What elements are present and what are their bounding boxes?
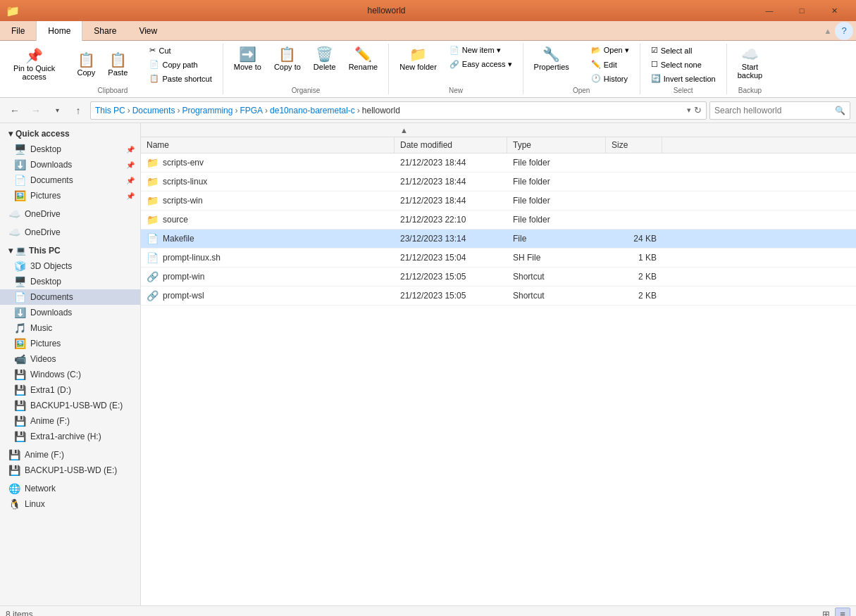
history-button[interactable]: 🕐 History	[586, 72, 634, 85]
col-header-name[interactable]: Name	[141, 137, 395, 153]
easy-access-button[interactable]: 🔗 Easy access ▾	[445, 58, 517, 71]
file-row-scripts-win[interactable]: 📁 scripts-win 21/12/2023 18:44 File fold…	[141, 191, 856, 210]
breadcrumb-thispc[interactable]: This PC	[95, 106, 125, 115]
col-header-size[interactable]: Size	[606, 137, 662, 153]
sidebar-item-network[interactable]: 🌐 Network	[0, 481, 140, 496]
pin-label: Pin to Quick	[13, 64, 55, 73]
up-button[interactable]: ↑	[69, 101, 87, 120]
new-folder-button[interactable]: 📁 New folder	[395, 44, 442, 75]
col-name-label: Name	[147, 140, 169, 150]
breadcrumb-de10[interactable]: de10nano-baremetal-c	[270, 106, 355, 115]
file-row-prompt-wsl[interactable]: 🔗 prompt-wsl 21/12/2023 15:05 Shortcut 2…	[141, 287, 856, 306]
sidebar-header-quickaccess[interactable]: ▾ Quick access	[0, 126, 140, 142]
tab-share[interactable]: Share	[82, 21, 128, 41]
windows-c-icon: 💾	[14, 369, 26, 380]
address-dropdown-icon[interactable]: ▾	[687, 106, 691, 115]
sidebar-item-downloads2[interactable]: ⬇️ Downloads	[0, 305, 140, 320]
recent-button[interactable]: ▾	[48, 101, 66, 120]
sidebar-item-extra1-d[interactable]: 💾 Extra1 (D:)	[0, 382, 140, 398]
file-icon-prompt-linux: 📄	[147, 252, 159, 263]
file-row-makefile[interactable]: 📄 Makefile 23/12/2023 13:14 File 24 KB	[141, 230, 856, 249]
sidebar-item-onedrive1[interactable]: ☁️ OneDrive	[0, 206, 140, 222]
paste-shortcut-button[interactable]: 📋 Paste shortcut	[144, 72, 216, 85]
pin-label2: access	[23, 73, 46, 81]
sidebar-item-documents2[interactable]: 📄 Documents	[0, 289, 140, 305]
breadcrumb-programming[interactable]: Programming	[182, 106, 232, 115]
copy-path-button[interactable]: 📄 Copy path	[144, 58, 216, 71]
breadcrumb-documents[interactable]: Documents	[132, 106, 175, 115]
sidebar-item-desktop[interactable]: 🖥️ Desktop 📌	[0, 142, 140, 157]
invert-selection-button[interactable]: 🔄 Invert selection	[646, 72, 721, 85]
properties-button[interactable]: 🔧 Properties	[529, 44, 574, 75]
sidebar-item-linux[interactable]: 🐧 Linux	[0, 496, 140, 512]
select-none-button[interactable]: ☐ Select none	[646, 58, 721, 71]
sidebar-item-pictures2[interactable]: 🖼️ Pictures	[0, 336, 140, 351]
ribbon-collapse-button[interactable]: ▲	[821, 24, 835, 38]
sidebar-item-backup-e2[interactable]: 💾 BACKUP1-USB-WD (E:)	[0, 463, 140, 478]
anime-f2-icon: 💾	[8, 449, 20, 460]
move-to-button[interactable]: ➡️ Move to	[229, 44, 266, 75]
copy-label: Copy	[77, 68, 95, 77]
start-backup-button[interactable]: ☁️ Start backup	[733, 44, 767, 83]
cut-button[interactable]: ✂ Cut	[144, 44, 216, 57]
sidebar-item-onedrive2[interactable]: ☁️ OneDrive	[0, 225, 140, 240]
sidebar-item-music[interactable]: 🎵 Music	[0, 320, 140, 336]
file-row-scripts-linux[interactable]: 📁 scripts-linux 21/12/2023 18:44 File fo…	[141, 172, 856, 191]
sidebar-header-thispc[interactable]: ▾ 💻 This PC	[0, 243, 140, 258]
sidebar-item-documents[interactable]: 📄 Documents 📌	[0, 172, 140, 188]
sidebar-item-archive-h[interactable]: 💾 Extra1-archive (H:)	[0, 429, 140, 444]
sidebar-item-3dobjects[interactable]: 🧊 3D Objects	[0, 258, 140, 274]
address-refresh-icon[interactable]: ↻	[694, 105, 702, 115]
paste-label: Paste	[108, 68, 128, 77]
tab-home[interactable]: Home	[36, 21, 82, 41]
maximize-button[interactable]: □	[786, 0, 818, 21]
rename-button[interactable]: ✏️ Rename	[344, 44, 383, 75]
sidebar-item-pictures[interactable]: 🖼️ Pictures 📌	[0, 188, 140, 203]
delete-button[interactable]: 🗑️ Delete	[309, 44, 341, 75]
window-controls[interactable]: — □ ✕	[753, 0, 850, 21]
sidebar: ▾ Quick access 🖥️ Desktop 📌 ⬇️ Downloads…	[0, 123, 141, 605]
tab-file[interactable]: File	[0, 21, 36, 41]
close-button[interactable]: ✕	[818, 0, 850, 21]
file-date-scripts-linux: 21/12/2023 18:44	[395, 173, 507, 190]
pictures-icon: 🖼️	[14, 190, 26, 201]
help-button[interactable]: ?	[835, 22, 853, 40]
large-icons-view-button[interactable]: ⊞	[818, 608, 833, 617]
back-button[interactable]: ←	[6, 101, 24, 120]
sidebar-item-desktop2[interactable]: 🖥️ Desktop	[0, 274, 140, 289]
tab-view[interactable]: View	[128, 21, 168, 41]
open-button[interactable]: 📂 Open ▾	[586, 44, 634, 57]
select-all-button[interactable]: ☑ Select all	[646, 44, 721, 57]
edit-button[interactable]: ✏️ Edit	[586, 58, 634, 71]
sidebar-item-windows-c[interactable]: 💾 Windows (C:)	[0, 367, 140, 382]
copy-button[interactable]: 📋 Copy	[72, 49, 100, 80]
file-row-prompt-linux[interactable]: 📄 prompt-linux.sh 21/12/2023 15:04 SH Fi…	[141, 249, 856, 268]
details-view-button[interactable]: ≡	[835, 608, 850, 617]
file-row-prompt-win[interactable]: 🔗 prompt-win 21/12/2023 15:05 Shortcut 2…	[141, 268, 856, 287]
forward-button[interactable]: →	[27, 101, 45, 120]
sidebar-item-backup-e[interactable]: 💾 BACKUP1-USB-WD (E:)	[0, 398, 140, 413]
pin-icon-downloads: 📌	[126, 161, 135, 169]
onedrive1-icon: ☁️	[8, 208, 20, 220]
col-header-date[interactable]: Date modified	[395, 137, 507, 153]
paste-button[interactable]: 📋 Paste	[103, 49, 132, 80]
new-item-button[interactable]: 📄 New item ▾	[445, 44, 517, 57]
breadcrumb-fpga[interactable]: FPGA	[240, 106, 263, 115]
address-bar[interactable]: This PC › Documents › Programming › FPGA…	[90, 101, 707, 120]
pin-quick-access-button[interactable]: 📌 Pin to Quick access	[8, 45, 60, 84]
search-box[interactable]: 🔍	[709, 101, 850, 120]
col-header-type[interactable]: Type	[507, 137, 606, 153]
copy-to-button[interactable]: 📋 Copy to	[269, 44, 306, 75]
sidebar-anime-f2-label: Anime (F:)	[25, 450, 64, 460]
sidebar-item-videos[interactable]: 📹 Videos	[0, 351, 140, 367]
new-folder-label: New folder	[399, 63, 437, 71]
minimize-button[interactable]: —	[753, 0, 786, 21]
sidebar-item-anime-f2[interactable]: 💾 Anime (F:)	[0, 447, 140, 463]
search-input[interactable]	[714, 106, 832, 115]
sidebar-backup-e2-label: BACKUP1-USB-WD (E:)	[25, 465, 117, 475]
file-row-source[interactable]: 📁 source 21/12/2023 22:10 File folder	[141, 210, 856, 230]
file-row-scripts-env[interactable]: 📁 scripts-env 21/12/2023 18:44 File fold…	[141, 153, 856, 172]
sidebar-item-downloads[interactable]: ⬇️ Downloads 📌	[0, 157, 140, 172]
sidebar-item-anime-f[interactable]: 💾 Anime (F:)	[0, 413, 140, 429]
copy-to-icon: 📋	[278, 47, 296, 61]
